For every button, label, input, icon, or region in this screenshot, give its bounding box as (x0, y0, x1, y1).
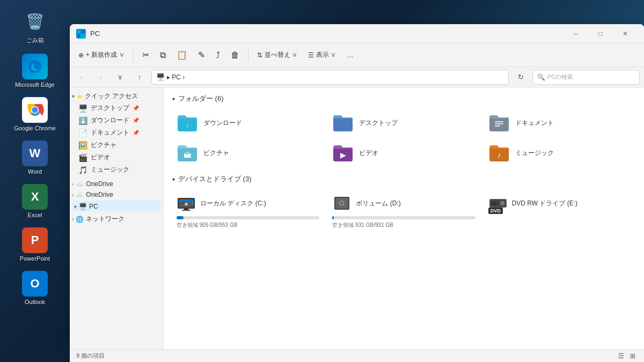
devices-grid: ⊞ ローカル ディスク (C:) 空き領域 905 GB/953 GB (172, 190, 635, 232)
sidebar-item-video[interactable]: 🎬 ビデオ (72, 151, 161, 164)
pin-icon-2: 📌 (133, 117, 139, 123)
list-view-button[interactable]: ☰ (616, 351, 626, 361)
desktop-icon-outlook[interactable]: O Outlook (11, 268, 59, 308)
svg-rect-10 (495, 123, 503, 124)
sidebar-item-desktop[interactable]: 🖥️ デスクトップ 📌 (72, 102, 161, 114)
folders-section-header[interactable]: ▾ フォルダー (6) (172, 94, 635, 104)
sidebar-item-music[interactable]: 🎵 ミュージック (72, 164, 161, 176)
desktop-icon-edge[interactable]: Microsoft Edge (11, 50, 59, 91)
forward-button[interactable]: › (93, 70, 108, 85)
folder-item-music[interactable]: ♪ ミュージック (484, 140, 635, 166)
word-label: Word (28, 168, 42, 175)
view-button[interactable]: ☰ 表示 ∨ (304, 48, 340, 62)
sidebar-item-pc[interactable]: ▾ 🖥️ PC (72, 201, 161, 211)
drive-d-icon (332, 194, 352, 213)
svg-rect-26 (336, 201, 339, 202)
rename-icon: ✎ (198, 50, 205, 60)
drive-d-info: 空き領域 931 GB/931 GB (332, 221, 475, 229)
sidebar-music-label: ミュージック (91, 165, 129, 174)
desktop: 🗑️ ごみ箱 Microsoft Edge Google Chrome W Wo… (0, 0, 70, 362)
sidebar-item-onedrive-1[interactable]: › ☁️ OneDrive (70, 178, 163, 189)
copy-button[interactable]: ⧉ (156, 48, 170, 62)
close-button[interactable]: ✕ (613, 26, 638, 42)
sort-button[interactable]: ⇅ 並べ替え ∨ (253, 48, 302, 62)
folders-chevron-icon: ▾ (172, 96, 175, 102)
svg-point-25 (341, 202, 343, 204)
cut-icon: ✂ (142, 50, 149, 60)
sort-icon: ⇅ (257, 51, 262, 59)
cut-button[interactable]: ✂ (138, 48, 153, 62)
devices-chevron-icon: ▾ (172, 176, 175, 182)
pin-icon: 📌 (133, 105, 139, 111)
paste-icon: 📋 (177, 50, 187, 60)
video-icon: 🎬 (78, 153, 87, 162)
desktop-icon-ppt[interactable]: P PowerPoint (11, 224, 59, 265)
drive-d-bar (332, 216, 334, 219)
quick-access-label: クイック アクセス (85, 92, 138, 101)
toolbar-separator-2 (248, 49, 248, 62)
sidebar-item-pictures[interactable]: 🖼️ ピクチャ (72, 139, 161, 151)
rename-button[interactable]: ✎ (194, 48, 209, 62)
delete-button[interactable]: 🗑 (226, 48, 244, 62)
svg-point-3 (32, 107, 38, 113)
new-button[interactable]: ⊕ + 新規作成 ∨ (74, 48, 129, 62)
drive-c-label: ローカル ディスク (C:) (200, 199, 266, 208)
back-button[interactable]: ‹ (74, 70, 89, 85)
chevron-right-icon: › (72, 181, 74, 187)
address-path[interactable]: 🖥️ ▸ PC › (151, 70, 509, 85)
folder-item-download[interactable]: ↓ ダウンロード (172, 110, 324, 136)
maximize-button[interactable]: □ (588, 26, 613, 42)
dropdown-button[interactable]: ∨ (113, 70, 128, 85)
drive-c-bar (177, 216, 184, 219)
folder-item-pictures[interactable]: 🏔 ピクチャ (172, 140, 324, 166)
toolbar-separator-1 (133, 49, 134, 62)
refresh-button[interactable]: ↻ (513, 70, 528, 85)
search-box[interactable]: 🔍 PCの検索 (532, 70, 640, 85)
svg-rect-9 (495, 121, 503, 122)
chevron-right-icon-3: › (72, 216, 74, 222)
desktop-icon-word[interactable]: W Word (11, 137, 59, 178)
main-area: ▾ ★ クイック アクセス 🖥️ デスクトップ 📌 ⬇️ ダウンロード 📌 📄 … (70, 87, 644, 349)
drive-c[interactable]: ⊞ ローカル ディスク (C:) 空き領域 905 GB/953 GB (172, 190, 324, 232)
folder-item-documents[interactable]: ドキュメント (484, 110, 635, 136)
address-bar: ‹ › ∨ ↑ 🖥️ ▸ PC › ↻ 🔍 PCの検索 (70, 67, 644, 87)
folder-item-video[interactable]: ▶ ビデオ (328, 140, 479, 166)
sidebar-pictures-label: ピクチャ (91, 141, 116, 150)
music-icon: 🎵 (78, 166, 87, 174)
share-icon: ⤴ (216, 50, 220, 60)
svg-text:🏔: 🏔 (184, 151, 191, 159)
share-button[interactable]: ⤴ (211, 48, 224, 62)
svg-rect-7 (82, 34, 85, 38)
more-button[interactable]: … (342, 49, 357, 61)
recycle-label: ごみ箱 (26, 36, 44, 45)
svg-rect-18 (182, 210, 191, 211)
minimize-button[interactable]: ─ (564, 26, 588, 42)
up-button[interactable]: ↑ (132, 70, 147, 85)
svg-rect-19 (179, 200, 194, 202)
svg-text:▶: ▶ (340, 151, 346, 159)
chrome-label: Google Chrome (14, 125, 56, 131)
sidebar: ▾ ★ クイック アクセス 🖥️ デスクトップ 📌 ⬇️ ダウンロード 📌 📄 … (70, 87, 164, 349)
drive-e-label: DVD RW ドライブ (E:) (512, 199, 577, 208)
view-icon: ☰ (308, 51, 314, 59)
svg-rect-4 (77, 30, 80, 33)
desktop-icon-excel[interactable]: X Excel (11, 181, 59, 221)
drive-d-label: ボリューム (D:) (356, 199, 400, 208)
drive-e[interactable]: DVD DVD RW ドライブ (E:) (484, 190, 635, 232)
folder-item-desktop[interactable]: デスクトップ (328, 110, 479, 136)
excel-label: Excel (28, 212, 42, 218)
desktop-folder-icon (332, 113, 354, 132)
drive-d[interactable]: ボリューム (D:) 空き領域 931 GB/931 GB (328, 190, 479, 232)
sidebar-item-download[interactable]: ⬇️ ダウンロード 📌 (72, 114, 161, 127)
sidebar-item-documents[interactable]: 📄 ドキュメント 📌 (72, 127, 161, 139)
sidebar-item-network[interactable]: › 🌐 ネットワーク (70, 212, 163, 225)
sidebar-item-onedrive-2[interactable]: › ☁️ OneDrive (70, 189, 163, 200)
grid-view-button[interactable]: ⊞ (628, 351, 638, 361)
svg-text:⊞: ⊞ (185, 202, 188, 206)
paste-button[interactable]: 📋 (172, 48, 192, 62)
devices-section-header[interactable]: ▾ デバイスとドライブ (3) (172, 174, 635, 184)
desktop-icon-recycle[interactable]: 🗑️ ごみ箱 (11, 5, 59, 48)
quick-access-header[interactable]: ▾ ★ クイック アクセス (70, 90, 163, 102)
svg-point-31 (501, 202, 503, 204)
desktop-icon-chrome[interactable]: Google Chrome (11, 94, 59, 135)
